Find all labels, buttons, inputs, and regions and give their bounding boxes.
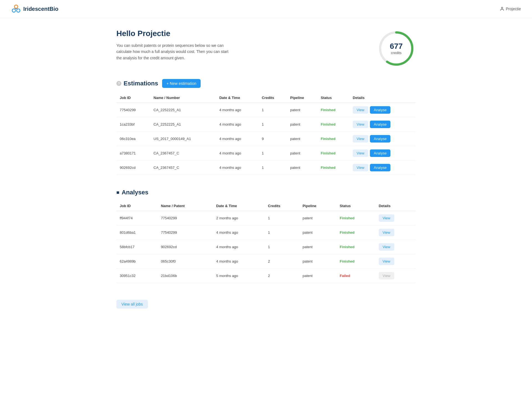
hero-description: You can submit patents or protein sequen… [116,42,233,61]
col-details: Details [349,93,416,103]
cell-pipeline: patent [299,269,336,283]
cell-status: Finished [318,103,350,117]
cell-job-id: ff944f74 [116,211,158,225]
credits-inner: 677 credits [390,42,403,55]
hero-section: Hello Projectie You can submit patents o… [116,29,416,68]
user-icon [500,7,504,11]
estimations-title: ? Estimations [116,80,158,87]
cell-date: 4 months ago [216,103,258,117]
analyse-button[interactable]: Analyse [370,149,390,157]
cell-date: 5 months ago [213,269,265,283]
col-pipeline: Pipeline [299,201,336,211]
estimations-table: Job ID Name / Number Date & Time Credits… [116,93,416,175]
table-row: 62a4989b 065c30f0 4 months ago 2 patent … [116,254,416,269]
cell-name: 902692cd [158,240,213,254]
col-status: Status [336,201,375,211]
cell-name: 21bd106b [158,269,213,283]
view-button[interactable]: View [379,229,394,236]
navbar: IridescentBio Projectie [0,0,532,18]
table-row: 77540299 CA_2252225_A1 4 months ago 1 pa… [116,103,416,117]
svg-point-2 [17,9,20,12]
cell-name: 77540299 [158,225,213,240]
analyses-header: ■ Analyses [116,189,416,196]
credits-number: 677 [390,42,403,50]
col-date-time: Date & Time [213,201,265,211]
cell-pipeline: patent [287,132,317,146]
cell-job-id: 58bfcb17 [116,240,158,254]
analyse-button[interactable]: Analyse [370,135,390,143]
cell-name: CA_2367457_C [150,161,216,175]
hero-text: Hello Projectie You can submit patents o… [116,29,233,61]
cell-details: View [375,211,416,225]
cell-status: Finished [318,161,350,175]
cell-credits: 9 [259,132,287,146]
view-button[interactable]: View [353,149,368,157]
view-button[interactable]: View [353,121,368,128]
cell-status: Finished [318,117,350,132]
cell-details: View Analyse [349,161,416,175]
cell-pipeline: patent [287,117,317,132]
cell-credits: 1 [259,103,287,117]
view-button[interactable]: View [379,243,394,251]
svg-point-6 [501,7,503,9]
analyse-button[interactable]: Analyse [370,164,390,171]
analyse-button[interactable]: Analyse [370,106,390,114]
table-row: 06c310ea US_2017_0000149_A1 4 months ago… [116,132,416,146]
col-credits: Credits [259,93,287,103]
view-button[interactable]: View [379,214,394,222]
col-status: Status [318,93,350,103]
cell-name: US_2017_0000149_A1 [150,132,216,146]
estimations-header: ? Estimations + New estimation [116,79,416,88]
col-name-patent: Name / Patent [158,201,213,211]
cell-name: 065c30f0 [158,254,213,269]
cell-credits: 1 [265,211,299,225]
cell-credits: 1 [259,146,287,161]
cell-details: View Analyse [349,132,416,146]
cell-status: Finished [336,254,375,269]
col-details: Details [375,201,416,211]
credits-label: credits [390,51,403,55]
cell-details: View [375,254,416,269]
cell-date: 4 months ago [213,225,265,240]
cell-pipeline: patent [299,211,336,225]
cell-job-id: 62a4989b [116,254,158,269]
cell-pipeline: patent [299,225,336,240]
cell-name: CA_2367457_C [150,146,216,161]
cell-status: Finished [336,211,375,225]
help-icon: ? [116,81,121,86]
view-all-jobs-button[interactable]: View all jobs [116,300,148,309]
nav-user[interactable]: Projectie [500,7,521,11]
col-pipeline: Pipeline [287,93,317,103]
logo[interactable]: IridescentBio [11,4,58,14]
new-estimation-button[interactable]: + New estimation [162,79,201,88]
cell-pipeline: patent [299,240,336,254]
cell-status: Finished [318,146,350,161]
view-button[interactable]: View [379,258,394,265]
cell-date: 4 months ago [216,146,258,161]
cell-pipeline: patent [287,103,317,117]
table-row: a7380171 CA_2367457_C 4 months ago 1 pat… [116,146,416,161]
cell-pipeline: patent [299,254,336,269]
col-name-number: Name / Number [150,93,216,103]
cell-job-id: 06c310ea [116,132,150,146]
cell-job-id: 801d6ba1 [116,225,158,240]
cell-details: View Analyse [349,117,416,132]
analyses-icon: ■ [116,190,119,195]
cell-name: 77540299 [158,211,213,225]
cell-date: 4 months ago [213,254,265,269]
table-row: 902692cd CA_2367457_C 4 months ago 1 pat… [116,161,416,175]
col-job-id: Job ID [116,93,150,103]
cell-credits: 1 [259,117,287,132]
analyse-button[interactable]: Analyse [370,121,390,128]
cell-credits: 2 [265,254,299,269]
cell-job-id: 902692cd [116,161,150,175]
analyses-title: ■ Analyses [116,189,149,196]
cell-credits: 1 [265,225,299,240]
main-content: Hello Projectie You can submit patents o… [100,18,432,320]
cell-job-id: a7380171 [116,146,150,161]
view-button[interactable]: View [353,106,368,114]
view-button[interactable]: View [353,164,368,171]
view-button[interactable]: View [353,135,368,143]
cell-details: View Analyse [349,146,416,161]
cell-pipeline: patent [287,161,317,175]
